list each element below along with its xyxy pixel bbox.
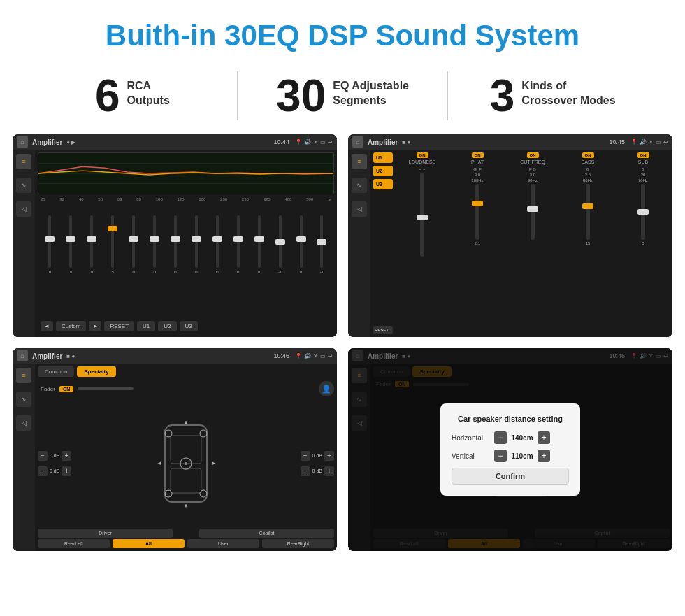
loudness-label: LOUDNESS: [409, 159, 436, 164]
eq-sliders-row: 0 0 0 5 0: [38, 204, 334, 274]
phat-on[interactable]: ON: [472, 152, 484, 158]
eq-icon[interactable]: ≡: [16, 154, 31, 169]
u3-preset-btn[interactable]: U3: [373, 179, 393, 189]
window-icon-2: ▭: [656, 139, 661, 145]
home-icon-2[interactable]: ⌂: [352, 136, 363, 148]
speaker-icon-3[interactable]: ◁: [16, 415, 31, 431]
eq-icon-3[interactable]: ≡: [16, 368, 31, 383]
stat-label-rca2: Outputs: [127, 94, 169, 108]
distance-dialog: Car speaker distance setting Horizontal …: [440, 403, 580, 496]
stats-row: 6 RCA Outputs 30 EQ Adjustable Segments …: [0, 64, 685, 134]
home-icon-1[interactable]: ⌂: [17, 136, 28, 148]
svg-point-8: [165, 430, 172, 437]
stat-crossover: 3 Kinds of Crossover Modes: [462, 73, 643, 118]
bass-on[interactable]: ON: [582, 152, 594, 158]
cutfreq-on[interactable]: ON: [527, 152, 539, 158]
eq-next-btn[interactable]: ►: [89, 321, 101, 331]
sub-on[interactable]: ON: [637, 152, 649, 158]
svg-text:▼: ▼: [183, 503, 189, 509]
db-minus-rl[interactable]: −: [38, 466, 48, 476]
db-plus-rr[interactable]: +: [324, 466, 334, 476]
u2-preset-btn[interactable]: U2: [373, 166, 393, 176]
app-title-3: Amplifier: [32, 352, 62, 360]
speaker-icon[interactable]: ◁: [16, 201, 31, 217]
horizontal-minus-btn[interactable]: −: [494, 431, 507, 444]
db-plus-fr[interactable]: +: [324, 451, 334, 461]
back-icon-1[interactable]: ↩: [328, 139, 333, 145]
db-value-fr: 0 dB: [312, 453, 322, 458]
svg-text:►: ►: [211, 460, 217, 466]
eq-prev-btn[interactable]: ◄: [41, 321, 53, 331]
window-icon-1: ▭: [320, 139, 326, 145]
db-plus-rl[interactable]: +: [62, 466, 71, 476]
eq-freq-labels: 25 32 40 50 63 80 100 125 160 200 250 32…: [38, 197, 334, 201]
home-icon-3[interactable]: ⌂: [17, 350, 28, 361]
slider-1[interactable]: 0: [41, 215, 59, 274]
slider-6[interactable]: 0: [145, 215, 164, 274]
specialty-tab[interactable]: Specialty: [77, 366, 115, 377]
slider-3[interactable]: 0: [82, 215, 101, 274]
horizontal-plus-btn[interactable]: +: [538, 431, 550, 444]
vertical-minus-btn[interactable]: −: [494, 450, 507, 462]
slider-12[interactable]: -1: [271, 215, 289, 274]
eq-u1-btn[interactable]: U1: [137, 321, 155, 331]
svg-point-9: [200, 430, 207, 437]
eq-u2-btn[interactable]: U2: [158, 321, 176, 331]
screen-amp: ⌂ Amplifier ■ ● 10:45 📍 🔊 ✕ ▭ ↩ ≡ ∿ ◁: [348, 134, 672, 337]
screen-dialog: ⌂ Amplifier ■ ● 10:46 📍 🔊 ✕ ▭ ↩ ≡ ∿ ◁ Co…: [348, 348, 672, 551]
vol-icon-1: 🔊: [304, 139, 311, 145]
wave-icon-3[interactable]: ∿: [16, 392, 31, 407]
slider-8[interactable]: 0: [187, 215, 206, 274]
status-bar-1: ⌂ Amplifier ● ▶ 10:44 📍 🔊 ✕ ▭ ↩: [13, 134, 337, 150]
fader-label: Fader: [41, 386, 55, 392]
avatar-icon: 👤: [319, 381, 334, 396]
page-title: Buith-in 30EQ DSP Sound System: [0, 0, 685, 64]
eq-reset-btn[interactable]: RESET: [104, 321, 134, 331]
slider-13[interactable]: 0: [291, 215, 310, 274]
svg-point-7: [185, 462, 187, 465]
rearright-btn[interactable]: RearRight: [262, 539, 334, 548]
db-minus-fl[interactable]: −: [38, 451, 48, 461]
stat-eq: 30 EQ Adjustable Segments: [252, 73, 433, 118]
vertical-plus-btn[interactable]: +: [538, 450, 550, 462]
back-icon-2[interactable]: ↩: [663, 139, 668, 145]
db-minus-fr[interactable]: −: [301, 451, 310, 461]
speaker-icon-2[interactable]: ◁: [352, 201, 367, 217]
fader-on-badge[interactable]: ON: [59, 386, 74, 392]
wave-icon[interactable]: ∿: [16, 178, 31, 193]
slider-14[interactable]: -1: [312, 215, 331, 274]
confirm-button[interactable]: Confirm: [452, 468, 569, 485]
cs-tabs-row: Common Specialty: [38, 366, 334, 377]
vertical-label: Vertical: [452, 452, 490, 460]
db-plus-fl[interactable]: +: [62, 451, 71, 461]
slider-11[interactable]: 0: [250, 215, 268, 274]
u1-preset-btn[interactable]: U1: [373, 152, 393, 163]
copilot-btn[interactable]: Copilot: [199, 529, 334, 538]
app-title-2: Amplifier: [368, 138, 398, 146]
all-btn[interactable]: All: [113, 539, 185, 548]
db-minus-rr[interactable]: −: [301, 466, 310, 476]
dialog-overlay: Car speaker distance setting Horizontal …: [348, 348, 672, 551]
wave-icon-2[interactable]: ∿: [352, 178, 367, 193]
back-icon-3[interactable]: ↩: [328, 353, 333, 359]
user-btn[interactable]: User: [187, 539, 259, 548]
reset-btn-2[interactable]: RESET: [373, 326, 393, 334]
slider-5[interactable]: 0: [124, 215, 143, 274]
dots-2: ■ ●: [402, 139, 410, 145]
slider-9[interactable]: 0: [208, 215, 226, 274]
rearleft-btn[interactable]: RearLeft: [38, 539, 110, 548]
vol-icon-3: 🔊: [304, 353, 311, 359]
eq-icon-2[interactable]: ≡: [352, 154, 367, 169]
driver-btn[interactable]: Driver: [38, 529, 173, 538]
eq-graph: [38, 152, 334, 194]
slider-4[interactable]: 5: [103, 215, 122, 274]
close-icon-2: ✕: [649, 139, 654, 145]
svg-rect-4: [171, 436, 201, 464]
slider-2[interactable]: 0: [62, 215, 80, 274]
slider-10[interactable]: 0: [229, 215, 247, 274]
stat-rca: 6 RCA Outputs: [42, 73, 223, 118]
loudness-on[interactable]: ON: [417, 152, 428, 158]
common-tab[interactable]: Common: [38, 366, 74, 377]
eq-u3-btn[interactable]: U3: [180, 321, 198, 331]
slider-7[interactable]: 0: [166, 215, 185, 274]
